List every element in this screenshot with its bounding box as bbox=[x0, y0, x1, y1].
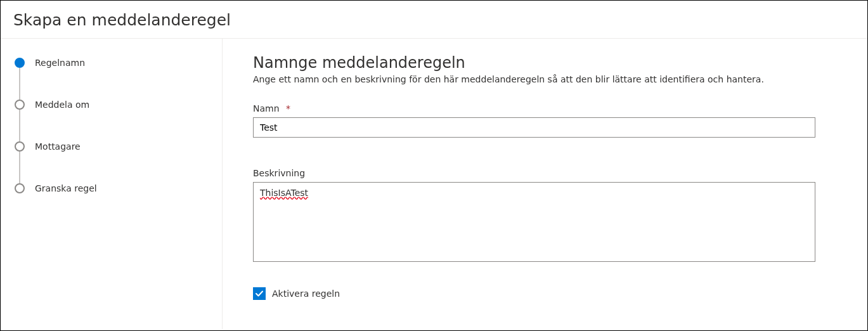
wizard-step-mottagare[interactable]: Mottagare bbox=[15, 141, 222, 183]
dialog-frame: Skapa en meddelanderegel Regelnamn Medde… bbox=[0, 0, 868, 331]
activate-rule-row: Aktivera regeln bbox=[253, 287, 815, 300]
step-label: Granska regel bbox=[35, 183, 97, 193]
section-title: Namnge meddelanderegeln bbox=[253, 54, 815, 72]
field-name: Namn * bbox=[253, 103, 815, 138]
main-panel: Namnge meddelanderegeln Ange ett namn oc… bbox=[223, 39, 867, 329]
step-node-icon bbox=[15, 141, 25, 152]
activate-rule-label: Aktivera regeln bbox=[272, 289, 340, 299]
wizard-step-granska-regel[interactable]: Granska regel bbox=[15, 183, 222, 193]
description-textarea[interactable]: ThisIsATest bbox=[253, 182, 815, 262]
step-connector bbox=[19, 152, 20, 183]
step-connector bbox=[19, 68, 20, 100]
wizard-step-regelnamn[interactable]: Regelnamn bbox=[15, 58, 222, 100]
name-label: Namn * bbox=[253, 103, 815, 114]
step-node-icon bbox=[15, 100, 25, 110]
checkmark-icon bbox=[255, 289, 264, 298]
required-asterisk-icon: * bbox=[286, 103, 290, 114]
step-label: Regelnamn bbox=[35, 58, 85, 68]
wizard-steps-sidebar: Regelnamn Meddela om Mottagare Granska r… bbox=[1, 39, 223, 329]
wizard-step-meddela-om[interactable]: Meddela om bbox=[15, 100, 222, 141]
description-value: ThisIsATest bbox=[260, 188, 308, 198]
step-node-icon bbox=[15, 58, 25, 68]
page-title: Skapa en meddelanderegel bbox=[1, 1, 867, 39]
step-node-icon bbox=[15, 183, 25, 193]
dialog-body: Regelnamn Meddela om Mottagare Granska r… bbox=[1, 39, 867, 329]
wizard-steps-list: Regelnamn Meddela om Mottagare Granska r… bbox=[15, 58, 222, 193]
description-label: Beskrivning bbox=[253, 168, 815, 178]
activate-rule-checkbox[interactable] bbox=[253, 287, 266, 300]
step-label: Mottagare bbox=[35, 141, 81, 152]
section-subtitle: Ange ett namn och en beskrivning för den… bbox=[253, 74, 815, 84]
step-label: Meddela om bbox=[35, 100, 89, 110]
name-label-text: Namn bbox=[253, 103, 280, 114]
step-connector bbox=[19, 110, 20, 141]
name-input[interactable] bbox=[253, 117, 815, 138]
field-description: Beskrivning ThisIsATest bbox=[253, 168, 815, 262]
